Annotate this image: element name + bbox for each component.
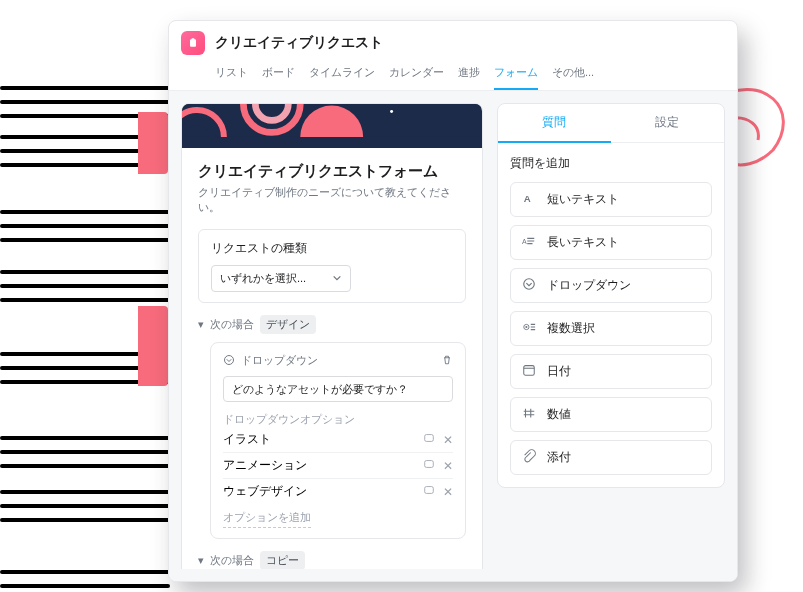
content-area: クリエイティブリクエストフォーム クリエイティブ制作のニーズについて教えてくださ…: [169, 91, 737, 581]
color-chip-icon[interactable]: [423, 484, 435, 499]
svg-point-17: [525, 326, 527, 328]
caret-down-icon: ▾: [198, 318, 204, 331]
qtype-label: 複数選択: [547, 320, 595, 337]
qtype-label: 数値: [547, 406, 571, 423]
field-label: リクエストの種類: [211, 240, 453, 257]
app-window: クリエイティブリクエスト リスト ボード タイムライン カレンダー 進捗 フォー…: [168, 20, 738, 582]
remove-icon[interactable]: ✕: [443, 433, 453, 447]
tab-calendar[interactable]: カレンダー: [389, 61, 444, 90]
options-label: ドロップダウンオプション: [223, 412, 453, 427]
qtype-dropdown[interactable]: ドロップダウン: [510, 268, 712, 303]
side-tab-settings[interactable]: 設定: [611, 104, 724, 142]
qtype-label: 長いテキスト: [547, 234, 619, 251]
qtype-label: 日付: [547, 363, 571, 380]
form-title: クリエイティブリクエストフォーム: [198, 162, 466, 181]
chevron-down-icon: [332, 273, 342, 285]
delete-icon[interactable]: [441, 354, 453, 368]
branch-when-label: 次の場合: [210, 317, 254, 332]
svg-point-8: [390, 110, 393, 113]
form-description: クリエイティブ制作のニーズについて教えてください。: [198, 185, 466, 215]
add-option-link[interactable]: オプションを追加: [223, 510, 311, 528]
question-input[interactable]: [223, 376, 453, 402]
header: クリエイティブリクエスト リスト ボード タイムライン カレンダー 進捗 フォー…: [169, 21, 737, 91]
branch-body-design: ドロップダウン ドロップダウンオプション イラスト ✕: [210, 342, 466, 539]
option-row[interactable]: ウェブデザイン ✕: [223, 479, 453, 504]
svg-point-9: [225, 355, 234, 364]
svg-rect-12: [424, 487, 433, 494]
tab-board[interactable]: ボード: [262, 61, 295, 90]
remove-icon[interactable]: ✕: [443, 485, 453, 499]
project-icon: [181, 31, 205, 55]
color-chip-icon[interactable]: [423, 458, 435, 473]
svg-text:A: A: [522, 238, 527, 245]
qtype-attachment[interactable]: 添付: [510, 440, 712, 475]
question-type-label: ドロップダウン: [241, 353, 318, 368]
option-label: イラスト: [223, 431, 271, 448]
option-row[interactable]: アニメーション ✕: [223, 453, 453, 479]
qtype-label: 添付: [547, 449, 571, 466]
view-tabs: リスト ボード タイムライン カレンダー 進捗 フォーム その他...: [215, 61, 725, 90]
branch-chip-copy: コピー: [260, 551, 305, 569]
select-placeholder: いずれかを選択...: [220, 271, 306, 286]
form-card: クリエイティブリクエストフォーム クリエイティブ制作のニーズについて教えてくださ…: [181, 103, 483, 569]
attachment-icon: [521, 449, 537, 466]
option-label: ウェブデザイン: [223, 483, 307, 500]
qtype-short-text[interactable]: A 短いテキスト: [510, 182, 712, 217]
tab-more[interactable]: その他...: [552, 61, 594, 90]
tab-timeline[interactable]: タイムライン: [309, 61, 375, 90]
request-type-select[interactable]: いずれかを選択...: [211, 265, 351, 292]
option-row[interactable]: イラスト ✕: [223, 427, 453, 453]
svg-rect-1: [192, 38, 195, 40]
side-column: 質問 設定 質問を追加 A 短いテキスト A 長いテキスト: [497, 103, 725, 569]
tab-list[interactable]: リスト: [215, 61, 248, 90]
project-title: クリエイティブリクエスト: [215, 34, 383, 52]
remove-icon[interactable]: ✕: [443, 459, 453, 473]
qtype-label: ドロップダウン: [547, 277, 631, 294]
qtype-number[interactable]: 数値: [510, 397, 712, 432]
form-banner: [182, 104, 482, 148]
svg-text:A: A: [523, 193, 530, 204]
field-request-type[interactable]: リクエストの種類 いずれかを選択...: [198, 229, 466, 303]
caret-down-icon: ▾: [198, 554, 204, 567]
branch-chip-design: デザイン: [260, 315, 316, 334]
branch-header-design[interactable]: ▾ 次の場合 デザイン: [198, 315, 466, 334]
tab-form[interactable]: フォーム: [494, 61, 538, 90]
question-panel: 質問 設定 質問を追加 A 短いテキスト A 長いテキスト: [497, 103, 725, 488]
qtype-multi-select[interactable]: 複数選択: [510, 311, 712, 346]
multi-select-icon: [521, 320, 537, 337]
branch-when-label: 次の場合: [210, 553, 254, 568]
date-icon: [521, 363, 537, 380]
svg-rect-10: [424, 435, 433, 442]
tab-progress[interactable]: 進捗: [458, 61, 480, 90]
qtype-long-text[interactable]: A 長いテキスト: [510, 225, 712, 260]
qtype-date[interactable]: 日付: [510, 354, 712, 389]
color-chip-icon[interactable]: [423, 432, 435, 447]
svg-rect-18: [523, 366, 534, 376]
option-label: アニメーション: [223, 457, 307, 474]
dropdown-icon: [521, 277, 537, 294]
branch-header-copy[interactable]: ▾ 次の場合 コピー: [198, 551, 466, 569]
form-builder: クリエイティブリクエストフォーム クリエイティブ制作のニーズについて教えてくださ…: [181, 103, 483, 569]
add-question-label: 質問を追加: [510, 155, 712, 172]
question-type-list: A 短いテキスト A 長いテキスト ドロップダウン: [510, 182, 712, 475]
long-text-icon: A: [521, 234, 537, 251]
svg-rect-11: [424, 461, 433, 468]
dropdown-icon: [223, 354, 235, 368]
side-tab-questions[interactable]: 質問: [498, 104, 611, 143]
short-text-icon: A: [521, 191, 537, 208]
qtype-label: 短いテキスト: [547, 191, 619, 208]
number-icon: [521, 406, 537, 423]
svg-point-15: [523, 279, 534, 290]
